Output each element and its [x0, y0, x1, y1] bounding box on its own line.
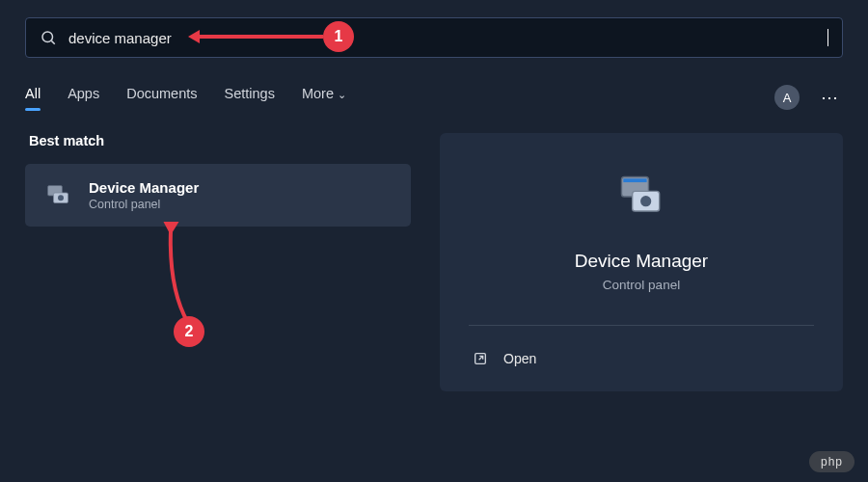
- tab-settings[interactable]: Settings: [225, 86, 275, 109]
- svg-point-7: [640, 196, 651, 206]
- search-icon: [40, 29, 57, 46]
- watermark: php: [809, 451, 854, 472]
- tab-more[interactable]: More⌄: [302, 86, 346, 109]
- section-best-match-label: Best match: [25, 133, 411, 148]
- svg-line-1: [51, 40, 54, 43]
- result-device-manager[interactable]: Device Manager Control panel: [25, 164, 411, 227]
- chevron-down-icon: ⌄: [338, 89, 346, 100]
- device-manager-icon-large: [612, 168, 670, 226]
- tab-documents[interactable]: Documents: [126, 86, 197, 109]
- search-bar[interactable]: device manager: [25, 17, 843, 58]
- tab-more-label: More: [302, 86, 334, 101]
- overflow-menu-icon[interactable]: ⋯: [817, 83, 843, 112]
- device-manager-icon: [42, 180, 73, 211]
- detail-panel: Device Manager Control panel Open: [440, 133, 843, 391]
- tab-all[interactable]: All: [25, 86, 41, 109]
- search-input[interactable]: device manager: [68, 30, 827, 46]
- avatar[interactable]: A: [774, 85, 800, 110]
- text-cursor: [827, 29, 828, 46]
- filter-tabs: All Apps Documents Settings More⌄ A ⋯: [25, 83, 843, 112]
- divider: [469, 325, 814, 326]
- annotation-badge-2: 2: [174, 316, 204, 347]
- result-title: Device Manager: [89, 179, 199, 196]
- detail-title: Device Manager: [575, 251, 708, 272]
- tab-apps[interactable]: Apps: [68, 86, 99, 109]
- result-subtitle: Control panel: [89, 198, 199, 211]
- annotation-badge-1: 1: [323, 21, 354, 52]
- svg-rect-8: [623, 178, 646, 182]
- action-open-label: Open: [503, 351, 536, 366]
- detail-subtitle: Control panel: [603, 278, 680, 292]
- results-column: Best match Device Manager Control panel: [25, 133, 411, 391]
- open-icon: [473, 351, 488, 366]
- action-open[interactable]: Open: [469, 345, 814, 372]
- svg-point-4: [58, 195, 64, 201]
- svg-point-0: [42, 32, 53, 42]
